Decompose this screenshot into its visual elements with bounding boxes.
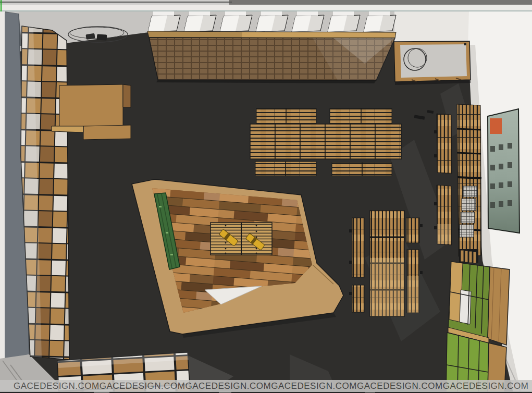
interior-render: GACEDESIGN.COM GACEDESIGN.COM GACEDESIGN… xyxy=(0,0,532,393)
mesh-basket xyxy=(463,186,477,197)
slat-shelf-unit xyxy=(457,104,481,256)
chair xyxy=(97,34,107,40)
watermark-text: GACEDESIGN.COM xyxy=(14,381,100,391)
render-scene xyxy=(0,0,532,393)
mesh-basket xyxy=(461,212,475,223)
slat-bench xyxy=(406,218,419,243)
mesh-basket xyxy=(460,225,474,237)
wall-poster xyxy=(488,109,519,233)
watermark-text: GACEDESIGN.COM xyxy=(271,381,357,391)
slat-bench xyxy=(352,285,364,312)
axis-line xyxy=(1,0,2,11)
mesh-basket xyxy=(462,199,476,211)
watermark-text: GACEDESIGN.COM xyxy=(357,381,443,391)
poster-accent xyxy=(490,118,502,134)
left-cube-shelving xyxy=(21,26,69,360)
slat-table xyxy=(250,124,401,159)
wood-slat-panel xyxy=(147,31,396,83)
reception-desk xyxy=(52,84,131,140)
slat-bench xyxy=(352,218,364,277)
green-locker-cabinet xyxy=(446,249,510,393)
platform-slat-table xyxy=(211,223,272,255)
watermark-text: GACEDESIGN.COM xyxy=(185,381,271,391)
dining-table-group-right xyxy=(349,211,423,316)
watermark-text: GACEDESIGN.COM xyxy=(100,381,185,391)
watermark-bar: GACEDESIGN.COM GACEDESIGN.COM GACEDESIGN… xyxy=(0,380,532,392)
washbasin-counter xyxy=(394,41,471,85)
watermark-text: GACEDESIGN.COM xyxy=(443,381,529,391)
